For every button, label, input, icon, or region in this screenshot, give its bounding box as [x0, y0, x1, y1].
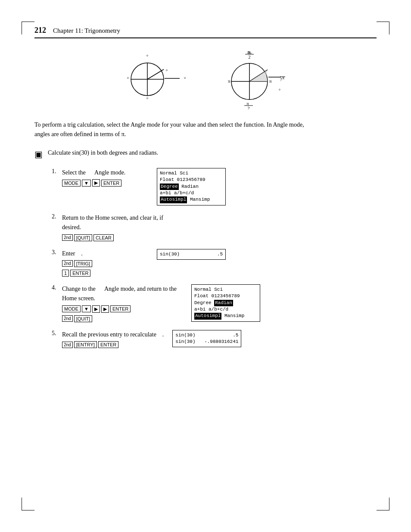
step-1-text-block: Select the Angle mode. MODE ▼ ▶ ENTER [62, 168, 148, 187]
body-text: To perform a trig calculation, select th… [34, 120, 310, 140]
svg-text:2: 2 [249, 55, 251, 59]
step-5: 5. Recall the previous entry to recalcul… [52, 330, 377, 348]
diagrams-row: ° ° ° ° ° π — π 2 [34, 51, 377, 107]
svg-text:°: ° [146, 54, 148, 59]
key-down-4: ▼ [82, 305, 91, 312]
step-4-keys-2: 2nd [QUIT] [62, 315, 183, 322]
step-3-keys-1: 2nd [TRIG] [62, 260, 148, 267]
svg-text:π: π [269, 78, 272, 84]
key-1: 1 [62, 270, 69, 277]
screen-line-4: a+bi a/b+c/d [160, 190, 223, 196]
screen4-line-4: a+bi a/b+c/d [194, 306, 257, 313]
key-enter-3: ENTER [70, 270, 90, 277]
svg-text:?: ? [280, 77, 282, 82]
svg-text:π: π [282, 75, 284, 80]
svg-text:°: ° [279, 88, 280, 93]
svg-text:π: π [246, 101, 249, 106]
key-quit-1: [QUIT] [74, 234, 92, 241]
svg-text:°: ° [184, 76, 186, 81]
step-2-keys: 2nd [QUIT] CLEAR [62, 234, 183, 241]
step-4-text: Change to the Angle mode, and return to … [62, 284, 183, 304]
key-enter: ENTER [101, 180, 121, 187]
step-1-keys: MODE ▼ ▶ ENTER [62, 179, 148, 187]
key-2nd-1: 2nd [62, 234, 73, 241]
svg-text:°: ° [127, 76, 129, 81]
step-3-number: 3. [52, 249, 62, 256]
step-1-screen: Normal Sci Float 0123456789 Degree Radia… [157, 168, 226, 205]
step-2-text-block: Return to the Home screen, and clear it,… [62, 213, 183, 241]
screen4-line-1: Normal Sci [194, 286, 257, 293]
step-2-content: Return to the Home screen, and clear it,… [62, 213, 377, 241]
key-2nd-2: 2nd [62, 260, 73, 267]
step-3-screen: sin(30) .5 [157, 249, 226, 260]
screen5-sin30-1-label: sin(30) [175, 332, 195, 339]
svg-text:°: ° [166, 68, 168, 74]
chapter-title: Chapter 11: Trigonometry [53, 27, 120, 34]
step-5-text: Recall the previous entry to recalculate… [62, 330, 164, 339]
step-3: 3. Enter . 2nd [TRIG] 1 ENTER [52, 249, 377, 277]
key-quit-4: [QUIT] [74, 315, 92, 322]
page-header: 212 Chapter 11: Trigonometry [34, 26, 377, 38]
screen-sin30-value: .5 [217, 251, 223, 258]
step-5-screen: sin(30) .5 sin(30) -.9880316241 [172, 330, 241, 348]
calc-example: ▣ Calculate sin(30) in both degrees and … [34, 148, 377, 159]
key-right-4a: ▶ [92, 305, 100, 313]
step-4-keys-block: MODE ▼ ▶ ▶ ENTER 2nd [QUIT] [62, 304, 183, 322]
screen-line-2: Float 0123456789 [160, 177, 223, 183]
screen5-line-2: sin(30) -.9880316241 [175, 339, 238, 345]
screen4-line-3: Degree Radian [194, 300, 257, 306]
key-enter-5: ENTER [98, 341, 118, 348]
key-clear: CLEAR [93, 234, 114, 241]
key-2nd-4: 2nd [62, 315, 73, 322]
screen5-line-1: sin(30) .5 [175, 332, 238, 339]
step-5-text-block: Recall the previous entry to recalculate… [62, 330, 164, 348]
step-4-number: 4. [52, 284, 62, 291]
key-2nd-5: 2nd [62, 342, 73, 348]
step-3-content: Enter . 2nd [TRIG] 1 ENTER sin(30) [62, 249, 377, 277]
calc-example-label: Calculate sin(30) in both degrees and ra… [48, 148, 158, 158]
key-entry: [ENTRY] [74, 341, 97, 348]
step-3-text-block: Enter . 2nd [TRIG] 1 ENTER [62, 249, 148, 277]
key-down: ▼ [82, 180, 91, 187]
key-right-4b: ▶ [101, 305, 109, 313]
step-4-screen: Normal Sci Float 0123456789 Degree Radia… [191, 284, 260, 322]
step-2-number: 2. [52, 213, 62, 220]
key-mode: MODE [62, 180, 81, 187]
page-number: 212 [34, 26, 46, 35]
step-1-number: 1. [52, 168, 62, 175]
screen5-sin30-2-value: -.9880316241 [204, 339, 238, 345]
svg-text:π: π [247, 50, 249, 54]
svg-text:°: ° [146, 96, 148, 102]
step-1: 1. Select the Angle mode. MODE ▼ ▶ ENTER… [52, 168, 377, 205]
degree-diagram: ° ° ° ° ° [124, 51, 193, 107]
key-mode-4: MODE [62, 305, 81, 312]
step-3-keys-2: 1 ENTER [62, 270, 148, 277]
step-5-number: 5. [52, 330, 62, 337]
screen-sin30-label: sin(30) [160, 251, 180, 258]
step-5-content: Recall the previous entry to recalculate… [62, 330, 377, 348]
step-4-content: Change to the Angle mode, and return to … [62, 284, 377, 322]
screen5-sin30-1-value: .5 [233, 332, 238, 339]
step-2: 2. Return to the Home screen, and clear … [52, 213, 377, 241]
step-3-text: Enter . [62, 249, 148, 258]
step-5-keys: 2nd [ENTRY] ENTER [62, 341, 164, 348]
screen-highlight-degree: Degree [160, 184, 179, 190]
step-4: 4. Change to the Angle mode, and return … [52, 284, 377, 322]
screen4-highlight-radian: Radian [214, 300, 233, 306]
radian-diagram: π — π 2 π π π 2 [218, 51, 287, 107]
screen4-line-5: Autosimpl Mansimp [194, 313, 257, 319]
calculator-icon: ▣ [34, 149, 43, 159]
key-trig: [TRIG] [74, 260, 92, 267]
screen4-line-2: Float 0123456789 [194, 293, 257, 299]
screen-line-5: Autosimpl Mansimp [160, 196, 223, 203]
svg-text:π: π [228, 78, 230, 84]
step-3-keys-block: 2nd [TRIG] 1 ENTER [62, 258, 148, 277]
svg-text:2: 2 [248, 106, 250, 109]
key-right: ▶ [92, 179, 100, 187]
screen-highlight-auto: Autosimpl [160, 196, 187, 203]
step-1-content: Select the Angle mode. MODE ▼ ▶ ENTER No… [62, 168, 377, 205]
svg-line-3 [147, 69, 164, 79]
step-2-text: Return to the Home screen, and clear it,… [62, 213, 183, 233]
screen5-sin30-2-label: sin(30) [175, 339, 195, 345]
key-enter-4: ENTER [110, 305, 131, 312]
